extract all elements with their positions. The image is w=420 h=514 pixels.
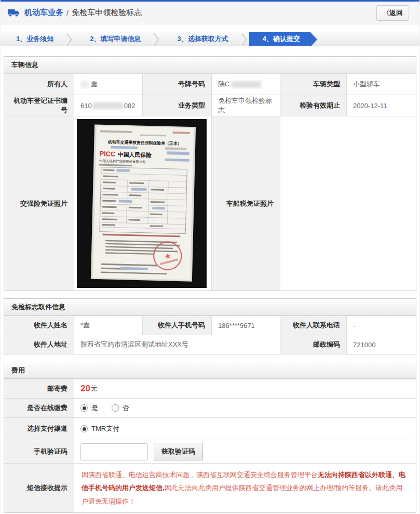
plate-label: 号牌号码 — [142, 74, 211, 95]
zip-code-value: 721000 — [346, 335, 416, 354]
radio-checked-icon[interactable] — [80, 404, 88, 412]
sms-tip-label: 短信接收提示 — [4, 464, 74, 512]
zip-code-label: 邮政编码 — [280, 335, 346, 354]
recipient-name-value: *鑫 — [74, 316, 142, 335]
step-4-confirm-submit: 4、确认提交 — [249, 32, 310, 46]
postage-row: 邮寄费 20 元 — [4, 379, 416, 398]
pay-channel-tmr-label[interactable]: TMR支付 — [91, 424, 119, 433]
step-separator-icon — [242, 32, 249, 46]
owner-label: 所有人 — [4, 74, 74, 95]
step-1-label: 1、业务须知 — [16, 34, 53, 44]
recipient-mobile-value: 186****9671 — [211, 316, 280, 335]
page-header: 机动车业务 / 免检车申领检验标志 〈返回 — [1, 2, 419, 24]
postage-unit: 元 — [91, 384, 98, 393]
online-pay-option-yes[interactable]: 是 — [80, 403, 98, 413]
sms-tip-row: 短信接收提示 因陕西省联通、电信运营商技术问题，陕西省互联网交通安全综合服务管理… — [4, 463, 416, 512]
breadcrumb-separator: / — [66, 8, 69, 17]
recipient-address-value: 陕西省宝鸡市渭滨区测试地址XXX号 — [74, 335, 280, 354]
step-separator-icon — [154, 32, 161, 46]
vehicle-type-label: 车辆类型 — [280, 74, 346, 95]
online-pay-radio-group: 是 否 — [80, 403, 129, 413]
radio-unchecked-icon[interactable] — [112, 404, 119, 412]
pay-channel-label: 选择支付渠道 — [4, 418, 74, 440]
owner-value: 鑫 — [74, 74, 142, 95]
vehicle-info-section: 车辆信息 所有人 鑫 号牌号码 陕C 车辆类型 小型轿车 机动车登记证书编号 6… — [4, 56, 416, 291]
fee-header: 费用 — [4, 362, 416, 379]
get-code-button[interactable]: 获取验证码 — [154, 443, 203, 460]
fee-section: 费用 邮寄费 20 元 是否在线缴费 是 否 — [4, 362, 416, 513]
page-title: 免检车申领检验标志 — [72, 8, 142, 18]
plate-value-text: 陕C — [218, 80, 229, 89]
online-pay-no-label[interactable]: 否 — [123, 403, 129, 413]
privacy-mask — [231, 81, 261, 88]
recipient-address-label: 收件人地址 — [4, 335, 74, 354]
recipient-name-label: 收件人姓名 — [4, 316, 74, 335]
reg-cert-prefix: 610 — [80, 102, 92, 110]
tax-photo-label: 车船税凭证照片 — [211, 116, 280, 291]
page: 机动车业务 / 免检车申领检验标志 〈返回 1、业务须知 2、填写申请信息 3、… — [0, 0, 420, 514]
step-3-label: 3、选择获取方式 — [177, 34, 228, 44]
pay-channel-option-tmr[interactable]: TMR支付 — [80, 424, 119, 433]
radio-checked-icon[interactable] — [80, 425, 88, 432]
valid-until-value: 2020-12-11 — [346, 95, 416, 116]
business-type-value: 免检车申领检验标志 — [211, 95, 280, 116]
photo-picc-logo: PICC — [99, 150, 115, 158]
step-2-label: 2、填写申请信息 — [90, 34, 141, 44]
vehicle-row-2: 机动车登记证书编号 610082 业务类型 免检车申领检验标志 检验有效期止 2… — [4, 95, 416, 116]
sms-code-label: 手机验证码 — [4, 440, 74, 463]
sms-tip-text-1: 因陕西省联通、电信运营商技术问题，陕西省互联网交通安全综合服务管理平台 — [82, 471, 318, 479]
online-pay-label: 是否在线缴费 — [4, 399, 74, 417]
step-1-notice: 1、业务须知 — [1, 32, 67, 46]
pay-channel-row: 选择支付渠道 TMR支付 — [4, 417, 416, 440]
back-chevron-icon: 〈 — [383, 9, 389, 17]
privacy-mask — [93, 102, 123, 109]
vehicle-type-value: 小型轿车 — [346, 74, 416, 95]
vehicle-info-header: 车辆信息 — [4, 57, 416, 73]
postage-label: 邮寄费 — [4, 379, 74, 398]
pickup-row-2: 收件人地址 陕西省宝鸡市渭滨区测试地址XXX号 邮政编码 721000 — [4, 335, 416, 354]
sms-code-input[interactable] — [80, 443, 148, 460]
pickup-info-section: 免检标志取件信息 收件人姓名 *鑫 收件人手机号码 186****9671 收件… — [4, 298, 416, 354]
step-bar: 1、业务须知 2、填写申请信息 3、选择获取方式 4、确认提交 — [1, 32, 419, 46]
reg-cert-value: 610082 — [74, 95, 142, 116]
step-2-fill-info: 2、填写申请信息 — [74, 32, 154, 46]
step-4-label: 4、确认提交 — [263, 34, 300, 44]
online-pay-yes-label[interactable]: 是 — [91, 403, 98, 413]
postage-value: 20 元 — [74, 379, 416, 398]
sms-code-row: 手机验证码 获取验证码 — [4, 440, 416, 463]
back-button-label: 返回 — [389, 9, 403, 17]
privacy-mask — [80, 81, 89, 88]
pickup-row-1: 收件人姓名 *鑫 收件人手机号码 186****9671 收件人联系电话 - — [4, 315, 416, 335]
recipient-phone-label: 收件人联系电话 — [280, 316, 346, 335]
online-pay-row: 是否在线缴费 是 否 — [4, 398, 416, 417]
recipient-mobile-label: 收件人手机号码 — [142, 316, 211, 335]
online-pay-option-no[interactable]: 否 — [112, 403, 129, 413]
insurance-photo: 机动车交通事故责任强制保险单（正本） PICC 中国人民保险 中国人民财产保险股… — [77, 119, 207, 288]
reg-cert-label: 机动车登记证书编号 — [4, 95, 74, 116]
pickup-info-header: 免检标志取件信息 — [4, 299, 416, 315]
owner-value-text: 鑫 — [91, 80, 98, 89]
plate-value: 陕C — [211, 74, 280, 95]
pay-channel-value: TMR支付 — [74, 418, 416, 440]
postage-amount: 20 — [80, 384, 90, 394]
sms-code-value-cell: 获取验证码 — [74, 440, 416, 463]
vehicle-row-1: 所有人 鑫 号牌号码 陕C 车辆类型 小型轿车 — [4, 73, 416, 95]
business-type-label: 业务类型 — [142, 95, 211, 116]
insurance-photo-cell: 机动车交通事故责任强制保险单（正本） PICC 中国人民保险 中国人民财产保险股… — [74, 116, 211, 291]
reg-cert-suffix: 082 — [124, 102, 136, 110]
step-separator-icon — [67, 32, 74, 46]
truck-icon — [8, 8, 20, 17]
online-pay-value: 是 否 — [74, 399, 416, 417]
step-3-pickup-method: 3、选择获取方式 — [161, 32, 241, 46]
vehicle-photo-row: 交强险凭证照片 机动车交通事故责任强制保险单（正本） — [4, 116, 416, 291]
valid-until-label: 检验有效期止 — [280, 95, 346, 116]
tax-photo-cell-empty — [280, 116, 416, 291]
back-button[interactable]: 〈返回 — [376, 5, 409, 21]
recipient-phone-value: - — [346, 316, 416, 335]
app-title: 机动车业务 — [24, 8, 63, 18]
sms-tip-value: 因陕西省联通、电信运营商技术问题，陕西省互联网交通安全综合服务管理平台无法向持陕… — [74, 464, 416, 512]
insurance-photo-label: 交强险凭证照片 — [4, 116, 74, 291]
